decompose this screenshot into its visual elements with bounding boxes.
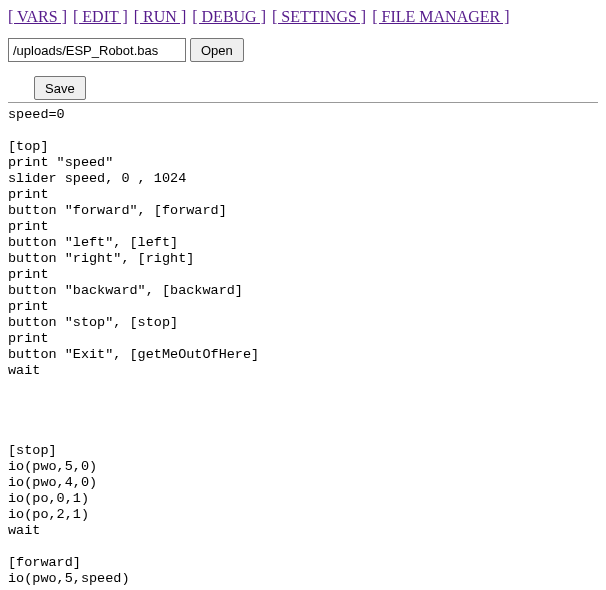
editor-container: speed=0 [top] print "speed" slider speed… bbox=[8, 102, 598, 590]
nav-debug-link[interactable]: [ DEBUG ] bbox=[192, 8, 266, 25]
code-editor[interactable]: speed=0 [top] print "speed" slider speed… bbox=[8, 107, 598, 587]
save-row: Save bbox=[34, 76, 598, 100]
top-nav: [ VARS ] [ EDIT ] [ RUN ] [ DEBUG ] [ SE… bbox=[8, 8, 598, 26]
open-button[interactable]: Open bbox=[190, 38, 244, 62]
nav-vars-link[interactable]: [ VARS ] bbox=[8, 8, 67, 25]
save-button[interactable]: Save bbox=[34, 76, 86, 100]
nav-settings-link[interactable]: [ SETTINGS ] bbox=[272, 8, 366, 25]
file-row: Open bbox=[8, 38, 598, 62]
nav-filemanager-link[interactable]: [ FILE MANAGER ] bbox=[372, 8, 509, 25]
nav-run-link[interactable]: [ RUN ] bbox=[134, 8, 186, 25]
nav-edit-link[interactable]: [ EDIT ] bbox=[73, 8, 128, 25]
file-path-input[interactable] bbox=[8, 38, 186, 62]
